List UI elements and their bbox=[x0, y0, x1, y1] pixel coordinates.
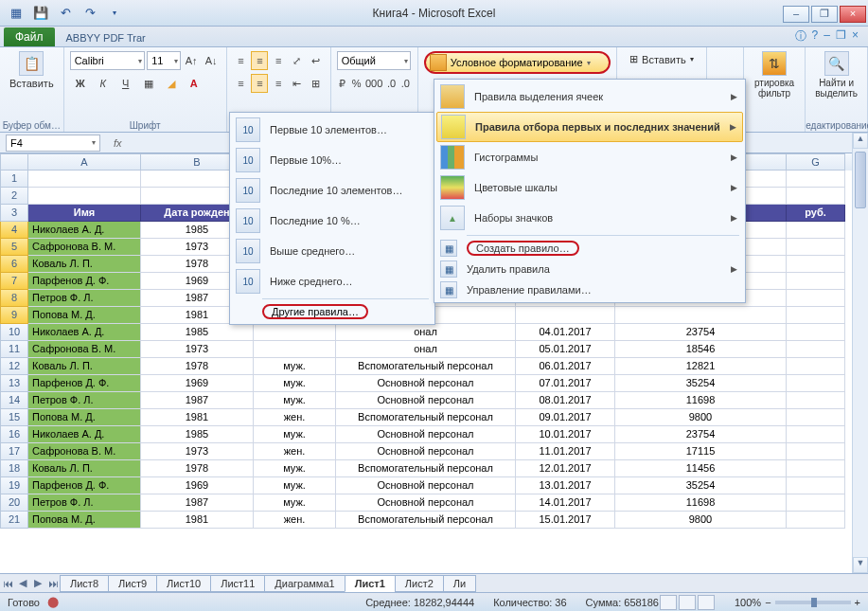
file-tab[interactable]: Файл bbox=[4, 27, 55, 46]
cell[interactable]: муж. bbox=[254, 460, 336, 477]
sheet-tab[interactable]: Лист8 bbox=[60, 575, 109, 592]
grow-font-icon[interactable]: A↑ bbox=[183, 51, 201, 70]
merge-icon[interactable]: ⊞ bbox=[308, 74, 325, 93]
comma-icon[interactable]: 000 bbox=[364, 74, 383, 93]
cell[interactable]: 13.01.2017 bbox=[516, 477, 615, 494]
insert-button[interactable]: ⊞ Вставить▾ bbox=[623, 51, 701, 67]
cell[interactable]: 1969 bbox=[141, 375, 254, 392]
other-rules-item[interactable]: Другие правила… bbox=[232, 301, 433, 322]
undo-icon[interactable]: ↶ bbox=[55, 4, 76, 23]
font-name-select[interactable]: Calibri bbox=[70, 51, 146, 70]
sort-filter-button[interactable]: ⇅ ртировка фильтр bbox=[750, 49, 799, 100]
percent-icon[interactable]: % bbox=[350, 74, 363, 93]
sheet-tab[interactable]: Ли bbox=[443, 575, 476, 592]
cell[interactable]: Вспомогательный персонал bbox=[336, 460, 516, 477]
cell[interactable]: жен. bbox=[254, 443, 336, 460]
orientation-icon[interactable]: ⤢ bbox=[289, 51, 306, 70]
row-header[interactable]: 10 bbox=[0, 324, 28, 341]
menu-action-item[interactable]: ▦Создать правило… bbox=[436, 238, 743, 259]
paste-button[interactable]: 📋 Вставить bbox=[6, 49, 58, 91]
menu-action-item[interactable]: ▦Управление правилами… bbox=[436, 279, 743, 300]
align-left-icon[interactable]: ≡ bbox=[233, 74, 250, 93]
shrink-font-icon[interactable]: A↓ bbox=[203, 51, 221, 70]
cell[interactable] bbox=[787, 375, 845, 392]
cell[interactable]: Сафронова В. М. bbox=[28, 443, 141, 460]
cell[interactable]: 12.01.2017 bbox=[516, 460, 615, 477]
fill-color-icon[interactable]: ◢ bbox=[161, 74, 182, 93]
bold-icon[interactable]: Ж bbox=[70, 74, 91, 93]
cell[interactable]: 1987 bbox=[141, 392, 254, 409]
zoom-in-icon[interactable]: + bbox=[855, 597, 860, 608]
zoom-slider[interactable] bbox=[775, 601, 851, 604]
cell[interactable]: 18546 bbox=[615, 341, 787, 358]
italic-icon[interactable]: К bbox=[93, 74, 114, 93]
cell[interactable]: 23754 bbox=[615, 426, 787, 443]
doc-minimize-icon[interactable]: – bbox=[824, 28, 830, 45]
font-size-select[interactable]: 11 bbox=[147, 51, 180, 70]
macro-record-icon[interactable]: ⬤ bbox=[47, 596, 59, 608]
cell[interactable]: Парфенов Д. Ф. bbox=[28, 375, 141, 392]
cell[interactable] bbox=[787, 239, 845, 256]
cell[interactable]: 17115 bbox=[615, 443, 787, 460]
sheet-nav-prev-icon[interactable]: ◀ bbox=[15, 577, 30, 589]
cell[interactable]: 1973 bbox=[141, 443, 254, 460]
cell[interactable]: Попова М. Д. bbox=[28, 307, 141, 324]
vertical-scrollbar[interactable]: ▲ ▼ bbox=[852, 133, 868, 573]
cell[interactable]: Вспомогательный персонал bbox=[336, 512, 516, 529]
ribbon-tab[interactable]: ABBYY PDF Trar bbox=[59, 29, 153, 46]
redo-icon[interactable]: ↷ bbox=[80, 4, 100, 23]
cell[interactable]: Основной персонал bbox=[336, 494, 516, 512]
row-header[interactable]: 16 bbox=[0, 426, 28, 443]
row-header[interactable]: 21 bbox=[0, 512, 28, 529]
cell[interactable] bbox=[615, 307, 787, 324]
row-header[interactable]: 12 bbox=[0, 358, 28, 375]
row-header[interactable]: 9 bbox=[0, 307, 28, 324]
cell[interactable]: 07.01.2017 bbox=[516, 375, 615, 392]
cell[interactable] bbox=[787, 273, 845, 290]
normal-view-icon[interactable] bbox=[660, 595, 677, 610]
cell[interactable]: 23754 bbox=[615, 324, 787, 341]
align-top-icon[interactable]: ≡ bbox=[233, 51, 250, 70]
select-all-corner[interactable] bbox=[0, 153, 28, 171]
cell[interactable]: 1985 bbox=[141, 426, 254, 443]
cell[interactable]: жен. bbox=[254, 512, 336, 529]
wrap-icon[interactable]: ↩ bbox=[308, 51, 325, 70]
cell[interactable]: Николаев А. Д. bbox=[28, 324, 141, 341]
cell[interactable]: 05.01.2017 bbox=[516, 341, 615, 358]
row-header[interactable]: 7 bbox=[0, 273, 28, 290]
menu-item[interactable]: 10Выше среднего… bbox=[232, 236, 433, 266]
cell[interactable]: 1987 bbox=[141, 494, 254, 512]
cell[interactable] bbox=[787, 392, 845, 409]
cell[interactable]: жен. bbox=[254, 409, 336, 426]
align-right-icon[interactable]: ≡ bbox=[270, 74, 287, 93]
cell[interactable]: 08.01.2017 bbox=[516, 392, 615, 409]
menu-item[interactable]: Цветовые шкалы▶ bbox=[436, 172, 743, 203]
borders-icon[interactable]: ▦ bbox=[138, 74, 159, 93]
sheet-nav-next-icon[interactable]: ▶ bbox=[30, 577, 45, 589]
cell[interactable]: Петров Ф. Л. bbox=[28, 392, 141, 409]
currency-icon[interactable]: ₽ bbox=[337, 74, 349, 93]
maximize-button[interactable]: ❐ bbox=[811, 6, 838, 23]
row-header[interactable]: 8 bbox=[0, 290, 28, 307]
scroll-up-icon[interactable]: ▲ bbox=[853, 133, 868, 149]
zoom-out-icon[interactable]: − bbox=[765, 597, 771, 608]
cell[interactable]: муж. bbox=[254, 426, 336, 443]
menu-item[interactable]: 10Ниже среднего… bbox=[232, 266, 433, 297]
cell[interactable]: Коваль Л. П. bbox=[28, 460, 141, 477]
cell[interactable] bbox=[787, 494, 845, 512]
cell[interactable]: 1981 bbox=[141, 409, 254, 426]
cell[interactable] bbox=[28, 171, 141, 188]
menu-item[interactable]: Правила отбора первых и последних значен… bbox=[436, 112, 743, 142]
sheet-nav-last-icon[interactable]: ⏭ bbox=[45, 578, 61, 589]
sheet-tab[interactable]: Лист11 bbox=[210, 575, 265, 592]
cell[interactable]: Попова М. Д. bbox=[28, 512, 141, 529]
cell[interactable]: 1978 bbox=[141, 358, 254, 375]
row-header[interactable]: 5 bbox=[0, 239, 28, 256]
row-header[interactable]: 3 bbox=[0, 205, 28, 222]
cell[interactable]: Попова М. Д. bbox=[28, 409, 141, 426]
cell[interactable]: Сафронова В. М. bbox=[28, 341, 141, 358]
cell[interactable]: Коваль Л. П. bbox=[28, 358, 141, 375]
cell[interactable] bbox=[787, 358, 845, 375]
page-layout-view-icon[interactable] bbox=[679, 595, 696, 610]
doc-restore-icon[interactable]: ❐ bbox=[836, 28, 846, 45]
